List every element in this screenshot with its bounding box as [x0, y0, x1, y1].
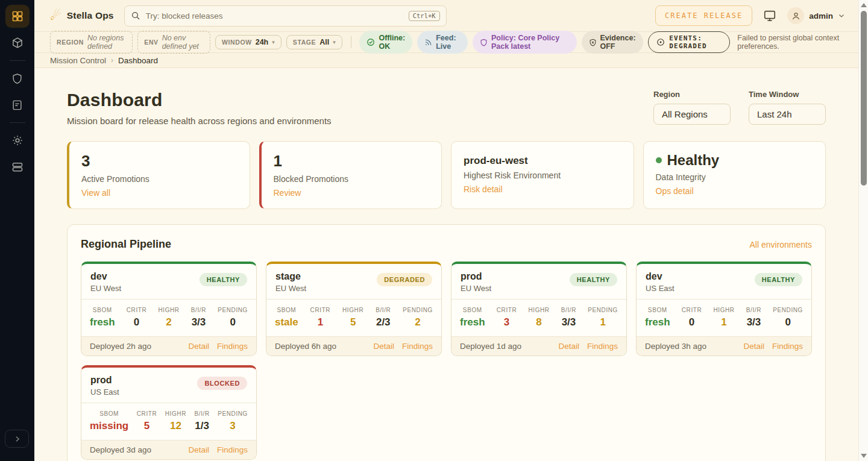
sbom-value: fresh — [645, 316, 670, 328]
sidebar-item-documents[interactable] — [5, 93, 30, 116]
global-search[interactable]: Ctrl+K — [124, 5, 447, 27]
time-window-filter-select[interactable]: Last 24h — [749, 104, 826, 125]
pending-value: 3 — [218, 420, 248, 432]
summary-cards-row: 3 Active Promotions View all 1 Blocked P… — [67, 141, 826, 209]
shield-icon — [11, 73, 23, 84]
stage-dropdown[interactable]: STAGE All ▾ — [286, 35, 342, 49]
findings-link[interactable]: Findings — [772, 342, 803, 351]
chevron-right-icon: › — [111, 56, 113, 64]
scroll-up-arrow-icon[interactable] — [861, 3, 867, 7]
stat-label: HIGHR — [165, 410, 186, 417]
highest-risk-environment: prod-eu-west — [464, 152, 621, 167]
search-input[interactable] — [146, 11, 409, 20]
environment-name: dev — [646, 271, 675, 282]
highr-value: 8 — [528, 316, 549, 328]
stat-label: CRITR — [497, 307, 517, 313]
pipeline-card-stage-eu-west: stage EU West DEGRADED SBOMstale CRITR1 … — [266, 262, 442, 356]
status-badge: HEALTHY — [200, 273, 247, 286]
detail-link[interactable]: Detail — [373, 342, 394, 351]
detail-link[interactable]: Detail — [188, 445, 209, 454]
dashboard-grid-icon — [11, 10, 24, 22]
create-release-button[interactable]: CREATE RELEASE — [655, 5, 752, 26]
user-menu[interactable]: admin — [787, 7, 845, 24]
time-window-filter-value: Last 24h — [757, 109, 792, 119]
findings-link[interactable]: Findings — [217, 445, 248, 454]
keyboard-shortcut-badge: Ctrl+K — [409, 11, 440, 21]
pending-value: 2 — [403, 316, 433, 328]
main-content: Dashboard Mission board for release heal… — [34, 68, 858, 461]
findings-link[interactable]: Findings — [402, 342, 433, 351]
window-dropdown[interactable]: WINDOW 24h ▾ — [215, 35, 281, 49]
breadcrumb-parent[interactable]: Mission Control — [50, 56, 106, 65]
critr-value: 1 — [310, 316, 331, 328]
stat-label: HIGHR — [528, 307, 549, 313]
all-environments-link[interactable]: All environments — [750, 240, 813, 249]
region-filter-select[interactable]: All Regions — [653, 104, 731, 125]
env-chip-label: ENV — [144, 39, 158, 46]
highr-value: 12 — [165, 420, 186, 432]
window-chip-value: 24h — [256, 38, 269, 46]
sidebar-expand-button[interactable] — [5, 430, 29, 448]
stat-label: SBOM — [645, 307, 670, 313]
sbom-value: missing — [90, 420, 128, 432]
pending-value: 1 — [588, 316, 618, 328]
stat-label: B/I/R — [191, 307, 206, 313]
status-badge: BLOCKED — [197, 377, 247, 390]
ops-detail-link[interactable]: Ops detail — [656, 186, 694, 196]
gear-icon — [11, 134, 24, 146]
sidebar-item-dashboard[interactable] — [5, 5, 30, 28]
window-chip-label: WINDOW — [222, 39, 252, 46]
region-context-chip[interactable]: REGION No regions defined — [50, 31, 133, 54]
monitor-icon[interactable] — [763, 9, 776, 22]
review-link[interactable]: Review — [274, 188, 301, 198]
sbom-value: fresh — [460, 316, 485, 328]
highr-value: 1 — [713, 316, 734, 328]
stat-label: PENDING — [773, 307, 803, 313]
detail-link[interactable]: Detail — [558, 342, 579, 351]
findings-link[interactable]: Findings — [217, 342, 248, 351]
bir-value: 3/3 — [191, 316, 206, 328]
server-stack-icon — [11, 161, 24, 173]
region-filter-value: All Regions — [662, 109, 708, 119]
regional-pipeline-title: Regional Pipeline — [81, 238, 171, 251]
divider — [351, 36, 351, 48]
deployed-timestamp: Deployed 2h ago — [90, 342, 151, 351]
sidebar-divider — [10, 60, 25, 61]
scrollbar-thumb[interactable] — [861, 11, 867, 186]
bir-value: 3/3 — [561, 316, 576, 328]
environment-region: EU West — [275, 284, 306, 293]
status-badge: HEALTHY — [755, 273, 802, 286]
search-icon — [131, 11, 140, 20]
stat-label: CRITR — [137, 410, 157, 417]
stat-label: B/I/R — [561, 307, 576, 313]
sidebar — [0, 0, 34, 461]
detail-link[interactable]: Detail — [743, 342, 764, 351]
target-dot-icon — [656, 38, 665, 46]
active-promotions-count: 3 — [81, 152, 237, 171]
sidebar-item-infrastructure[interactable] — [5, 155, 30, 178]
stat-label: SBOM — [90, 410, 128, 417]
findings-link[interactable]: Findings — [587, 342, 618, 351]
context-bar: REGION No regions defined ENV No env def… — [34, 31, 858, 53]
time-window-filter-label: Time Window — [749, 90, 826, 99]
vertical-scrollbar[interactable] — [858, 0, 868, 461]
environment-region: US East — [90, 387, 119, 397]
feed-status-badge: Feed: Live — [417, 31, 468, 54]
environment-name: dev — [90, 271, 121, 282]
environment-name: stage — [275, 271, 306, 282]
detail-link[interactable]: Detail — [188, 342, 209, 351]
chevron-right-icon — [13, 435, 21, 443]
scroll-down-arrow-icon[interactable] — [861, 454, 867, 458]
blocked-promotions-label: Blocked Promotions — [274, 174, 430, 184]
env-context-chip[interactable]: ENV No env defined yet — [137, 31, 210, 54]
sidebar-item-settings[interactable] — [5, 129, 30, 152]
sidebar-item-packages[interactable] — [5, 31, 30, 54]
region-chip-value: No regions defined — [87, 34, 126, 51]
stat-label: B/I/R — [195, 410, 210, 417]
sidebar-divider — [10, 122, 25, 123]
risk-detail-link[interactable]: Risk detail — [464, 184, 503, 194]
sidebar-item-security[interactable] — [5, 67, 30, 90]
sbom-value: fresh — [90, 316, 115, 328]
view-all-link[interactable]: View all — [81, 188, 110, 198]
healthy-status-dot — [656, 157, 662, 163]
